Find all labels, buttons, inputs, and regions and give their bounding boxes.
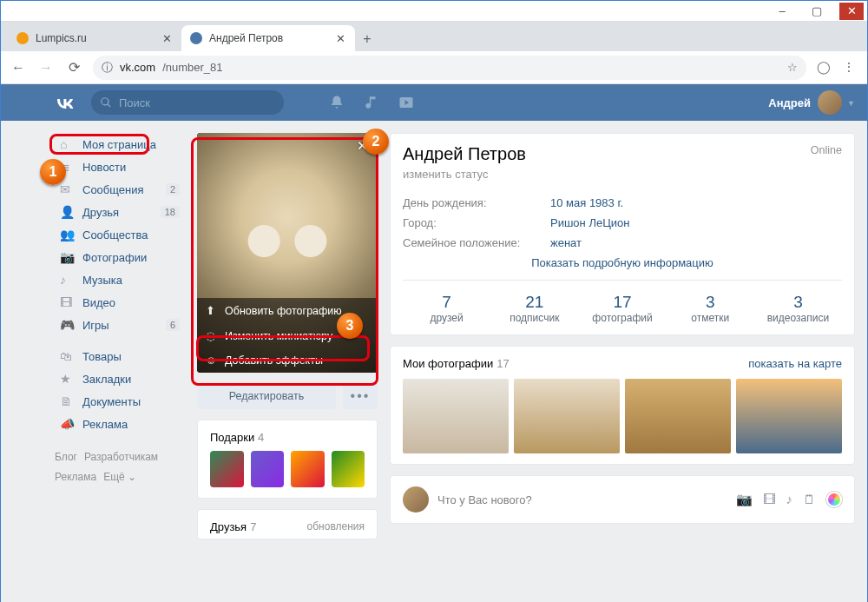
gift-item[interactable] (332, 451, 365, 487)
more-actions-button[interactable]: ••• (343, 383, 378, 409)
counter-photos[interactable]: 17фотографий (578, 293, 666, 324)
attach-photo-icon[interactable]: 📷 (736, 492, 753, 507)
counter-tags[interactable]: 3отметки (667, 293, 754, 324)
groups-icon: 👥 (60, 228, 76, 241)
post-color-icon[interactable] (826, 492, 842, 507)
footer-ads[interactable]: Реклама (55, 471, 96, 483)
edit-profile-button[interactable]: Редактировать (197, 383, 336, 409)
avatar-action-menu: ⬆Обновить фотографию ◌Изменить миниатюру… (197, 298, 378, 373)
search-placeholder: Поиск (119, 96, 150, 109)
friends-card: Друзья7обновления (197, 509, 378, 539)
photo-thumb[interactable] (625, 379, 731, 453)
vk-user-name: Андрей (768, 96, 811, 109)
sidebar-item-friends[interactable]: 👤Друзья18 (55, 201, 185, 223)
sidebar-item-video[interactable]: 🎞Видео (55, 291, 185, 314)
counter-videos[interactable]: 3видеозаписи (754, 293, 842, 324)
photo-thumb[interactable] (514, 379, 620, 453)
footer-dev[interactable]: Разработчикам (84, 451, 158, 463)
browser-tabstrip: Lumpics.ru ✕ Андрей Петров ✕ + (1, 22, 867, 51)
ads-icon: 📣 (60, 417, 76, 431)
counter-friends[interactable]: 7друзей (403, 293, 490, 324)
music-note-icon: ♪ (60, 273, 76, 287)
sidebar-item-market[interactable]: 🛍Товары (55, 345, 185, 367)
city-link[interactable]: Ришон ЛеЦион (550, 216, 629, 229)
sidebar-footer: БлогРазработчикам РекламаЕщё ⌄ (55, 447, 185, 487)
music-icon[interactable] (364, 95, 379, 110)
new-tab-button[interactable]: + (355, 27, 379, 51)
star-icon: ★ (60, 372, 76, 386)
browser-tab-active[interactable]: Андрей Петров ✕ (181, 25, 355, 51)
footer-blog[interactable]: Блог (55, 451, 77, 463)
profile-icon[interactable]: ◯ (817, 60, 832, 76)
photo-thumb[interactable] (403, 379, 509, 453)
friends-icon: 👤 (60, 205, 76, 219)
address-bar[interactable]: ⓘ vk.com/number_81 ☆ (93, 56, 806, 80)
camera-icon: 📷 (60, 250, 76, 264)
notifications-icon[interactable] (329, 95, 345, 110)
sidebar-item-news[interactable]: ≣Новости (55, 155, 185, 178)
avatar-add-effects[interactable]: ☺Добавить эффекты (197, 348, 378, 373)
edit-status-link[interactable]: изменить статус (403, 168, 526, 181)
sidebar-item-docs[interactable]: 🗎Документы (55, 390, 185, 413)
photo-thumb[interactable] (736, 379, 842, 453)
sidebar-item-messages[interactable]: ✉Сообщения2 (55, 178, 185, 201)
chrome-menu-icon[interactable]: ⋮ (843, 60, 858, 76)
back-button[interactable]: ← (10, 60, 27, 76)
site-info-icon[interactable]: ⓘ (102, 60, 113, 76)
close-icon[interactable]: ✕ (357, 138, 372, 154)
window-minimize-button[interactable]: – (770, 3, 794, 20)
my-photos-card: Мои фотографии17 показать на карте (390, 346, 855, 465)
sidebar-item-my-page[interactable]: ⌂Моя страница (55, 133, 185, 155)
attach-note-icon[interactable]: 🗒 (803, 492, 816, 507)
window-maximize-button[interactable]: ▢ (805, 3, 829, 20)
vk-logo[interactable] (55, 96, 76, 109)
browser-tab[interactable]: Lumpics.ru ✕ (8, 25, 181, 51)
url-host: vk.com (120, 61, 155, 74)
profile-header-card: Андрей Петров изменить статус Online Ден… (390, 133, 855, 335)
news-icon: ≣ (60, 160, 76, 174)
sidebar: ⌂Моя страница ≣Новости ✉Сообщения2 👤Друз… (55, 133, 185, 602)
reload-button[interactable]: ⟳ (65, 59, 82, 76)
sidebar-item-bookmarks[interactable]: ★Закладки (55, 367, 185, 390)
show-more-info-link[interactable]: Показать подробную информацию (403, 256, 842, 269)
sidebar-item-ads[interactable]: 📣Реклама (55, 413, 185, 435)
avatar-edit-thumbnail[interactable]: ◌Изменить миниатюру (197, 323, 378, 348)
bookmark-star-icon[interactable]: ☆ (787, 61, 798, 74)
window-titlebar: – ▢ ✕ (1, 1, 867, 22)
attach-video-icon[interactable]: 🎞 (763, 492, 776, 507)
tab-close-icon[interactable]: ✕ (334, 32, 346, 44)
gift-item[interactable] (291, 451, 325, 487)
sidebar-item-groups[interactable]: 👥Сообщества (55, 223, 185, 246)
vk-account-menu[interactable]: Андрей ▾ (768, 90, 853, 115)
tab-title: Андрей Петров (209, 32, 283, 44)
upload-icon: ⬆ (206, 304, 218, 317)
chevron-down-icon: ▾ (849, 98, 853, 108)
video-play-icon[interactable] (398, 95, 414, 110)
show-on-map-link[interactable]: показать на карте (748, 357, 842, 370)
sidebar-item-photos[interactable]: 📷Фотографии (55, 246, 185, 268)
friends-updates-link[interactable]: обновления (307, 520, 365, 533)
gifts-card: Подарки 4 (197, 420, 378, 499)
forward-button[interactable]: → (37, 60, 55, 76)
counter-followers[interactable]: 21подписчик (490, 293, 578, 324)
avatar (818, 90, 842, 115)
home-icon: ⌂ (60, 137, 76, 151)
gift-item[interactable] (210, 451, 244, 487)
gift-item[interactable] (251, 451, 285, 487)
browser-toolbar: ← → ⟳ ⓘ vk.com/number_81 ☆ ◯ ⋮ (1, 51, 867, 84)
sidebar-item-music[interactable]: ♪Музыка (55, 268, 185, 291)
docs-icon: 🗎 (60, 394, 76, 408)
vk-search-input[interactable]: Поиск (91, 90, 284, 115)
sidebar-item-games[interactable]: 🎮Игры6 (55, 314, 185, 336)
footer-more[interactable]: Ещё ⌄ (103, 471, 136, 483)
avatar-update-photo[interactable]: ⬆Обновить фотографию (197, 298, 378, 323)
window-close-button[interactable]: ✕ (839, 3, 864, 20)
post-input[interactable]: Что у Вас нового? (437, 493, 727, 506)
profile-avatar-card[interactable]: ✕ ⬆Обновить фотографию ◌Изменить миниатю… (197, 133, 378, 373)
tab-close-icon[interactable]: ✕ (161, 32, 173, 44)
birthday-link[interactable]: 10 мая 1983 г. (550, 196, 623, 209)
messages-icon: ✉ (60, 182, 76, 196)
attach-music-icon[interactable]: ♪ (786, 492, 793, 507)
vk-header: Поиск Андрей ▾ (1, 84, 867, 121)
relationship-link[interactable]: женат (550, 236, 582, 249)
